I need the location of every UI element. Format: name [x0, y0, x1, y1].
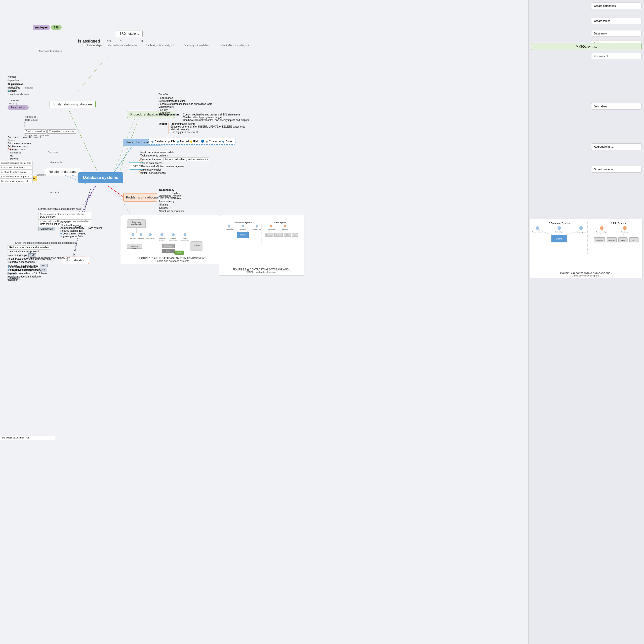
- svg-text:DBMS: DBMS: [166, 250, 171, 252]
- stored-procedure-group: Stored procedure Consist declarative and…: [158, 113, 249, 134]
- svg-text:DBMS: DBMS: [556, 237, 563, 240]
- sidebar-fig16-caption: FIGURE 1.6 ◼ CONTRASTING DATABASE AND...…: [531, 271, 641, 277]
- svg-point-78: [536, 226, 539, 230]
- svg-text:Database: Database: [159, 238, 165, 239]
- all-attrs-primary-key: All attributes dependant on primary key: [26, 257, 70, 259]
- sql-extract-label: Extract, manipulate and structure data: [38, 208, 81, 210]
- svg-point-20: [140, 233, 143, 236]
- erd-notations-label: ERD notations: [116, 30, 143, 37]
- svg-text:Analysts: Analysts: [139, 238, 144, 239]
- card2: Cardinality = N, modality = 1: [146, 44, 174, 47]
- svg-text:designer: designer: [159, 239, 165, 241]
- svg-line-73: [269, 227, 271, 233]
- erd-node: Entity relationship diagram: [50, 101, 96, 108]
- entity-props-group: Simple Composite Null Derived: [10, 148, 21, 160]
- svg-point-24: [160, 233, 163, 236]
- svg-text:Employees: Employees: [266, 235, 272, 236]
- svg-text:Customers: Customers: [276, 235, 281, 236]
- data-definition: Define database structure and data schem…: [38, 212, 91, 219]
- erd-ssn-oval: SSN: [51, 25, 62, 30]
- svg-text:Sales dept.: Sales dept.: [621, 231, 629, 233]
- svg-point-63: [284, 225, 286, 227]
- figure-17-box: Procedures and standards End users Analy…: [121, 215, 224, 264]
- svg-text:Procedures: Procedures: [132, 221, 141, 223]
- svg-text:A Database System: A Database System: [549, 222, 570, 224]
- svg-text:DBMS utilities: DBMS utilities: [164, 246, 172, 247]
- represents1: Represents: [48, 151, 59, 153]
- attributes-group: Single valued Multivalued — Attributes D…: [8, 83, 33, 96]
- svg-text:Inv...: Inv...: [632, 239, 635, 241]
- sidebar-stored-proc[interactable]: Stored procedu...: [591, 166, 641, 173]
- procedural-benefits: Benefits Performance Network traffic red…: [158, 93, 212, 115]
- fig16-caption: FIGURE 1.6 ◼ CONTRASTING DATABASE AND...…: [233, 268, 291, 274]
- svg-text:Database: Database: [171, 238, 177, 239]
- sidebar-create-tables[interactable]: Create tables: [591, 18, 641, 24]
- sidebar-aggregate-fun[interactable]: Aggregate fun...: [591, 143, 641, 150]
- svg-point-54: [256, 225, 258, 227]
- resides-in: resides in: [50, 191, 60, 194]
- svg-text:A File System: A File System: [611, 222, 626, 224]
- categories-label: Categories: [38, 227, 55, 231]
- erd-relationship-label: is assigned: [78, 39, 100, 44]
- svg-text:Employees: Employees: [595, 239, 603, 241]
- sidebar-list-content[interactable]: List content: [591, 53, 641, 59]
- conversion-group: · Attribute of N · table to hold N s Bas…: [24, 116, 76, 137]
- svg-text:End users: End users: [130, 238, 136, 239]
- card1: Cardinality = N, modality = 0: [108, 44, 137, 47]
- edge-text-bottom-left: ble whose values must null: [0, 435, 55, 440]
- svg-text:A File System: A File System: [274, 222, 287, 224]
- svg-text:System: System: [183, 238, 187, 239]
- sql-benefits: Benefits Standard language Application p…: [60, 221, 102, 238]
- svg-text:and standards: and standards: [131, 223, 142, 225]
- svg-line-9: [68, 47, 116, 103]
- erd-entity-box: employee: [33, 25, 50, 30]
- svg-point-80: [557, 226, 561, 230]
- svg-point-22: [149, 233, 152, 236]
- problems-node: Problems of traditional file systems: [123, 193, 157, 202]
- svg-point-18: [132, 233, 134, 236]
- card4: Cardinality = 1, modality = 0: [221, 44, 250, 47]
- svg-text:Personnel dept.: Personnel dept.: [267, 229, 275, 230]
- svg-text:Programmers: Programmers: [146, 238, 155, 239]
- erd-relationships-sub: Relationships: [87, 44, 102, 47]
- svg-text:A Database System: A Database System: [234, 222, 252, 224]
- svg-point-52: [242, 225, 244, 227]
- relationships-label: Relationships: [8, 106, 29, 109]
- relationships-group: · Cardinality · Modality Relationships: [8, 99, 29, 109]
- entity-attrs-label: Entity and its attributes: [39, 50, 62, 52]
- sidebar-create-databases[interactable]: Create databases: [591, 3, 641, 9]
- svg-rect-40: [191, 242, 202, 251]
- normalization-check: Check the table created against database…: [15, 241, 76, 244]
- svg-text:Accounting dept.: Accounting dept.: [253, 229, 261, 230]
- represents2: Represents: [50, 161, 62, 164]
- svg-point-82: [579, 226, 583, 230]
- right-sidebar: Create databases Create tables Data entr…: [528, 0, 644, 644]
- svg-text:Sales dept.: Sales dept.: [282, 229, 288, 230]
- svg-text:administrator: administrator: [170, 239, 178, 241]
- structure-label: Structure: [36, 174, 46, 176]
- relational-details: uniquely identifies each entity in a sub…: [0, 161, 33, 184]
- normalization-func-dep: Functional dependency Fully functional d…: [8, 265, 47, 282]
- svg-text:Sales: Sales: [621, 239, 625, 241]
- mysql-syntax-box: MySQL syntax: [531, 43, 641, 50]
- svg-text:DBMS: DBMS: [240, 234, 246, 236]
- svg-point-91: [623, 226, 626, 230]
- sidebar-data-entry[interactable]: Data entry: [591, 30, 641, 37]
- svg-point-30: [184, 233, 186, 236]
- relational-db-node: Relational database: [45, 168, 81, 175]
- svg-point-61: [270, 225, 272, 227]
- conversion-to-relations: Convertion to relations: [47, 129, 76, 134]
- problems-items: Redundancy Anomalies Update Addition Del…: [159, 189, 185, 213]
- svg-point-89: [600, 226, 603, 230]
- svg-point-27: [172, 233, 175, 236]
- central-node: Database systems: [78, 172, 123, 183]
- svg-text:Personnel dept.: Personnel dept.: [596, 231, 607, 233]
- svg-point-50: [228, 225, 230, 227]
- svg-text:Applications: Applications: [131, 246, 139, 247]
- svg-text:Hardware: Hardware: [193, 244, 200, 246]
- sidebar-fig16-area: A Database System DBMS Personnel dept. S…: [530, 219, 643, 278]
- svg-line-74: [278, 227, 285, 233]
- sidebar-join-tables[interactable]: Join tables: [591, 103, 641, 110]
- svg-text:Personnel dept.: Personnel dept.: [225, 229, 233, 230]
- fig17-caption: FIGURE 1.7 ◼ THE DATABASE SYSTEM ENVIRON…: [139, 257, 206, 262]
